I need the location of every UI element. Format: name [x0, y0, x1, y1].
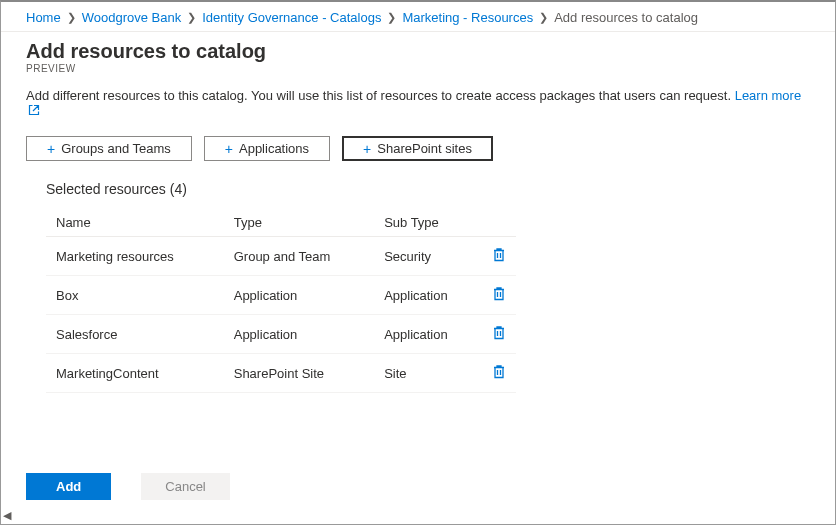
add-groups-button[interactable]: + Groups and Teams [26, 136, 192, 161]
description: Add different resources to this catalog.… [1, 88, 835, 136]
selected-resources-header: Selected resources (4) [46, 181, 790, 209]
cell-subtype: Security [374, 237, 482, 276]
divider [1, 31, 835, 32]
breadcrumb-current: Add resources to catalog [554, 10, 698, 25]
cell-type: Application [224, 315, 374, 354]
cell-name: MarketingContent [46, 354, 224, 393]
col-subtype[interactable]: Sub Type [374, 209, 482, 237]
chevron-right-icon: ❯ [187, 11, 196, 24]
add-sharepoint-button[interactable]: + SharePoint sites [342, 136, 493, 161]
add-applications-button[interactable]: + Applications [204, 136, 330, 161]
cancel-button[interactable]: Cancel [141, 473, 229, 500]
plus-icon: + [225, 142, 233, 156]
add-applications-label: Applications [239, 141, 309, 156]
trash-icon [492, 325, 506, 343]
breadcrumb-link-home[interactable]: Home [26, 10, 61, 25]
breadcrumb-link-org[interactable]: Woodgrove Bank [82, 10, 182, 25]
delete-row-button[interactable] [492, 286, 506, 304]
cell-type: Application [224, 276, 374, 315]
chevron-right-icon: ❯ [387, 11, 396, 24]
selected-resources-table: Name Type Sub Type Marketing resourcesGr… [46, 209, 516, 393]
table-row: BoxApplicationApplication [46, 276, 516, 315]
add-groups-label: Groups and Teams [61, 141, 171, 156]
preview-badge: PREVIEW [1, 63, 835, 88]
cell-subtype: Application [374, 315, 482, 354]
plus-icon: + [363, 142, 371, 156]
table-row: SalesforceApplicationApplication [46, 315, 516, 354]
breadcrumb-link-resources[interactable]: Marketing - Resources [402, 10, 533, 25]
delete-row-button[interactable] [492, 325, 506, 343]
selected-label: Selected resources [46, 181, 166, 197]
selected-count: 4 [174, 181, 182, 197]
delete-row-button[interactable] [492, 364, 506, 382]
plus-icon: + [47, 142, 55, 156]
breadcrumb-link-catalogs[interactable]: Identity Governance - Catalogs [202, 10, 381, 25]
external-link-icon [28, 104, 40, 116]
resource-type-buttons: + Groups and Teams + Applications + Shar… [1, 136, 835, 181]
footer-actions: Add Cancel [26, 473, 230, 500]
cell-subtype: Site [374, 354, 482, 393]
col-type[interactable]: Type [224, 209, 374, 237]
chevron-right-icon: ❯ [67, 11, 76, 24]
delete-row-button[interactable] [492, 247, 506, 265]
page-title: Add resources to catalog [1, 36, 835, 63]
scroll-left-icon[interactable]: ◀ [3, 509, 11, 522]
add-sharepoint-label: SharePoint sites [377, 141, 472, 156]
add-button[interactable]: Add [26, 473, 111, 500]
trash-icon [492, 364, 506, 382]
selected-resources-section: Selected resources (4) Name Type Sub Typ… [1, 181, 835, 413]
table-row: Marketing resourcesGroup and TeamSecurit… [46, 237, 516, 276]
trash-icon [492, 286, 506, 304]
cell-type: SharePoint Site [224, 354, 374, 393]
cell-type: Group and Team [224, 237, 374, 276]
breadcrumb: Home ❯ Woodgrove Bank ❯ Identity Governa… [1, 2, 835, 31]
table-row: MarketingContentSharePoint SiteSite [46, 354, 516, 393]
learn-more-text: Learn more [735, 88, 801, 103]
chevron-right-icon: ❯ [539, 11, 548, 24]
description-text: Add different resources to this catalog.… [26, 88, 731, 103]
cell-name: Salesforce [46, 315, 224, 354]
cell-subtype: Application [374, 276, 482, 315]
trash-icon [492, 247, 506, 265]
col-name[interactable]: Name [46, 209, 224, 237]
cell-name: Box [46, 276, 224, 315]
cell-name: Marketing resources [46, 237, 224, 276]
